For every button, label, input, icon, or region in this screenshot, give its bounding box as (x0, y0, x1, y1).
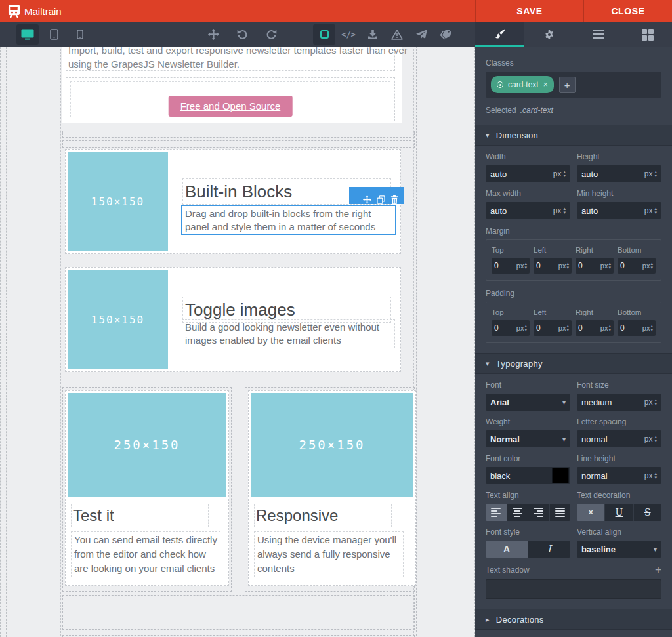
margin-left-spinner[interactable]: ▴▾ (566, 262, 569, 270)
close-button[interactable]: CLOSE (583, 0, 672, 22)
line-height-input[interactable]: normal px ▴▾ (577, 467, 662, 484)
font-color-input[interactable]: black (486, 467, 570, 484)
merge-tags-button[interactable] (434, 24, 457, 45)
panel-tabs (475, 22, 672, 47)
image-placeholder[interactable]: 250×150 (68, 393, 226, 497)
send-test-button[interactable] (410, 24, 432, 45)
decoration-none-button[interactable]: × (577, 504, 605, 521)
editor-canvas[interactable]: Import, build, test and export responsiv… (0, 47, 475, 637)
min-height-input[interactable]: auto px ▴▾ (577, 202, 662, 219)
align-left-button[interactable] (486, 504, 507, 521)
height-spinner[interactable]: ▴▾ (654, 170, 657, 178)
padding-left-input[interactable]: 0 px ▴▾ (534, 320, 572, 336)
add-class-button[interactable]: + (559, 77, 576, 93)
import-button[interactable] (362, 24, 384, 45)
margin-group: Top 0 px ▴▾ Left 0 px ▴▾ Right 0 px ▴▾ (486, 239, 662, 281)
margin-bottom-input[interactable]: 0 px ▴▾ (618, 258, 656, 274)
font-size-spinner[interactable]: ▴▾ (654, 398, 657, 406)
margin-top-spinner[interactable]: ▴▾ (524, 262, 527, 270)
margin-right-spinner[interactable]: ▴▾ (608, 262, 611, 270)
card-title-box[interactable]: Responsive (254, 504, 392, 527)
class-tag-card-text[interactable]: card-text × (491, 76, 554, 93)
letter-spacing-spinner[interactable]: ▴▾ (654, 435, 657, 443)
cta-button[interactable]: Free and Open Source (169, 96, 293, 117)
device-tablet-button[interactable] (43, 24, 65, 45)
card-test-it[interactable]: 250×150 Test it You can send email tests… (65, 390, 229, 586)
open-code-button[interactable]: </> (337, 24, 360, 45)
style-bold-button[interactable]: A (486, 541, 528, 558)
align-justify-button[interactable] (550, 504, 571, 521)
selected-component-text[interactable]: Drag and drop built-in blocks from the r… (181, 205, 396, 235)
image-placeholder[interactable]: 150×150 (68, 270, 168, 369)
card-text[interactable]: Using the device manager you'll always s… (254, 531, 404, 577)
align-center-button[interactable] (507, 504, 529, 521)
margin-top-label: Top (492, 245, 530, 255)
max-width-spinner[interactable]: ▴▾ (563, 207, 566, 215)
font-select[interactable]: Arial ▾ (486, 394, 570, 411)
style-italic-button[interactable]: I (528, 541, 570, 558)
max-width-value: auto (490, 206, 553, 216)
image-placeholder[interactable]: 250×150 (251, 393, 413, 497)
card-responsive[interactable]: 250×150 Responsive Using the device mana… (248, 390, 416, 586)
toggle-borders-button[interactable] (313, 24, 335, 45)
add-text-shadow-button[interactable]: + (655, 565, 662, 575)
tab-settings[interactable] (524, 22, 574, 47)
section-title: Typography (496, 359, 543, 369)
card-toggle-images[interactable]: 150×150 Toggle images Build a good looki… (65, 267, 401, 372)
card-title-box[interactable]: Toggle images (182, 297, 391, 323)
move-tool-button[interactable] (202, 24, 224, 45)
image-placeholder[interactable]: 150×150 (68, 152, 168, 251)
card-text[interactable]: Build a good looking newsletter even wit… (182, 319, 395, 348)
padding-top-spinner[interactable]: ▴▾ (524, 324, 527, 332)
card-text[interactable]: You can send email tests directly from t… (71, 531, 220, 577)
weight-select[interactable]: Normal ▾ (486, 430, 570, 447)
undo-button[interactable] (231, 24, 253, 45)
decoration-strike-button[interactable]: S (634, 504, 662, 521)
save-button[interactable]: SAVE (475, 0, 583, 22)
letter-spacing-value: normal (581, 434, 644, 444)
newsletter-intro-text[interactable]: Import, build, test and export responsiv… (66, 47, 395, 71)
section-typography[interactable]: ▾ Typography (475, 353, 672, 374)
padding-left-spinner[interactable]: ▴▾ (566, 324, 569, 332)
clear-canvas-button[interactable] (386, 24, 408, 45)
margin-right-input[interactable]: 0 px ▴▾ (576, 258, 614, 274)
decoration-underline-button[interactable]: U (605, 504, 633, 521)
color-swatch[interactable] (553, 468, 568, 483)
margin-top-input[interactable]: 0 px ▴▾ (492, 258, 530, 274)
paper-plane-icon (416, 30, 427, 40)
card-title-box[interactable]: Test it (71, 504, 209, 527)
tab-style-manager[interactable] (475, 22, 524, 47)
class-tag-label: card-text (508, 80, 539, 89)
height-input[interactable]: auto px ▴▾ (577, 165, 662, 182)
guide-line (472, 47, 472, 637)
padding-right-input[interactable]: 0 px ▴▾ (576, 320, 614, 336)
padding-right-spinner[interactable]: ▴▾ (608, 324, 611, 332)
padding-bottom-label: Bottom (618, 308, 656, 317)
padding-top-input[interactable]: 0 px ▴▾ (492, 320, 530, 336)
tab-blocks[interactable] (623, 22, 672, 47)
letter-spacing-input[interactable]: normal px ▴▾ (577, 430, 662, 447)
selected-label: Selected (486, 106, 516, 115)
tab-layers[interactable] (574, 22, 623, 47)
margin-bottom-spinner[interactable]: ▴▾ (650, 262, 653, 270)
device-desktop-button[interactable] (16, 24, 39, 45)
align-right-button[interactable] (528, 504, 550, 521)
line-height-spinner[interactable]: ▴▾ (654, 472, 657, 480)
section-dimension[interactable]: ▾ Dimension (475, 125, 672, 146)
section-decorations[interactable]: ▸ Decorations (475, 609, 672, 630)
intro-section[interactable]: Import, build, test and export responsiv… (62, 47, 402, 123)
font-size-input[interactable]: medium px ▴▾ (577, 394, 662, 411)
padding-bottom-input[interactable]: 0 px ▴▾ (618, 320, 656, 336)
min-height-spinner[interactable]: ▴▾ (654, 207, 657, 215)
padding-bottom-spinner[interactable]: ▴▾ (650, 324, 653, 332)
width-input[interactable]: auto px ▴▾ (486, 165, 570, 182)
max-width-input[interactable]: auto px ▴▾ (486, 202, 570, 219)
width-spinner[interactable]: ▴▾ (563, 170, 566, 178)
redo-button[interactable] (260, 24, 282, 45)
card-built-in-blocks[interactable]: 150×150 Built-in Blocks Drag and drop bu… (65, 149, 401, 254)
margin-left-input[interactable]: 0 px ▴▾ (534, 258, 572, 274)
remove-class-icon[interactable]: × (543, 80, 548, 89)
text-shadow-list[interactable] (486, 579, 662, 599)
vertical-align-select[interactable]: baseline ▾ (577, 541, 662, 558)
device-mobile-button[interactable] (69, 24, 91, 45)
